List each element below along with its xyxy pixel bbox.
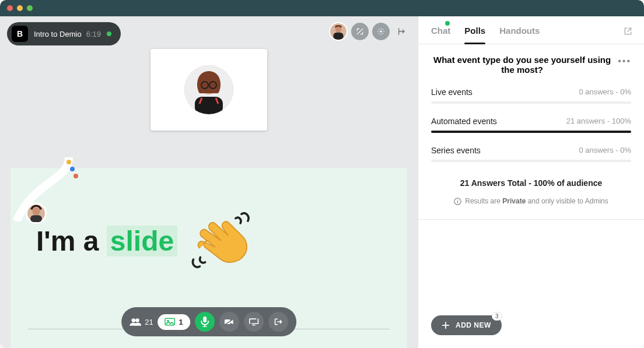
window-minimize[interactable] [17,5,23,11]
svg-rect-24 [457,201,458,203]
svg-point-23 [457,199,459,201]
live-indicator [107,31,111,36]
session-title: Intro to Demio [34,30,82,38]
svg-point-14 [135,318,139,322]
poll-question: What event type do you see yourself usin… [431,55,613,75]
window-titlebar [0,0,644,16]
plus-icon [442,321,450,329]
media-button[interactable]: 1 [158,314,190,330]
image-icon [165,318,176,326]
expand-icon [356,27,364,36]
chat-unread-indicator [445,21,450,26]
sidebar: Chat Polls Handouts What event type do y… [418,16,644,348]
share-screen-button[interactable] [244,312,264,332]
wave-hand-icon [190,209,254,273]
leave-button[interactable] [268,312,288,332]
poll-menu-button[interactable]: ••• [618,55,631,66]
slide-text-em: slide [107,226,177,256]
camera-off-icon [224,318,235,326]
session-time: 6:19 [86,30,101,38]
sidebar-tabs: Chat Polls Handouts [418,16,644,44]
tab-chat[interactable]: Chat [431,26,450,44]
popout-button[interactable] [624,27,632,36]
stage: B Intro to Demio 6:19 [0,16,418,348]
tab-polls[interactable]: Polls [464,26,485,44]
svg-rect-5 [195,97,223,114]
svg-point-8 [66,160,71,164]
poll-panel: What event type do you see yourself usin… [418,44,644,303]
poll-option-label: Series events [431,146,481,155]
presenter-card[interactable] [150,49,267,131]
poll-option-label: Live events [431,87,473,97]
poll-privacy-note: Results are Private and only visible to … [431,197,631,205]
slide-text-pre: I'm a [36,226,107,256]
settings-button[interactable] [372,23,390,40]
people-icon [130,318,141,326]
expand-button[interactable] [351,23,369,40]
leave-icon [274,318,283,326]
tab-handouts[interactable]: Handouts [499,26,540,44]
presenter-avatar-small[interactable] [329,22,348,41]
poll-option[interactable]: Automated events 21 answers - 100% [431,117,631,133]
poll-option-bar [431,131,631,133]
add-new-button[interactable]: ADD NEW [431,315,502,335]
camera-off-button[interactable] [219,312,239,332]
poll-option-label: Automated events [431,117,497,126]
panel-divider [418,219,644,220]
media-count: 1 [179,318,183,326]
presenter-controls: 21 1 [121,307,296,336]
session-chip[interactable]: B Intro to Demio 6:19 [7,22,121,45]
window-close[interactable] [7,5,13,11]
external-link-icon [624,27,632,36]
poll-option[interactable]: Series events 0 answers - 0% [431,146,631,162]
svg-rect-1 [333,33,344,40]
screen-share-icon [249,318,259,326]
exit-icon [397,27,407,36]
attendees-button[interactable]: 21 [130,318,153,326]
poll-option[interactable]: Live events 0 answers - 0% [431,87,631,104]
add-new-badge: 3 [492,312,502,321]
add-new-label: ADD NEW [456,321,491,329]
poll-summary: 21 Answers Total - 100% of audience [431,178,631,188]
session-badge: B [12,26,28,42]
mic-button[interactable] [195,312,215,332]
poll-option-bar [431,160,631,162]
svg-point-2 [380,30,382,33]
gear-icon [377,27,385,36]
info-icon [454,198,461,205]
window-zoom[interactable] [27,5,33,11]
presenter-avatar [184,65,233,114]
svg-point-13 [131,318,135,322]
svg-rect-17 [203,317,206,322]
attendees-count: 21 [145,318,153,326]
exit-button[interactable] [393,23,411,40]
slide-area: I'm a slide 21 [10,168,407,348]
poll-option-bar [431,101,631,104]
slide-headline: I'm a slide [36,209,382,273]
microphone-icon [201,317,209,327]
